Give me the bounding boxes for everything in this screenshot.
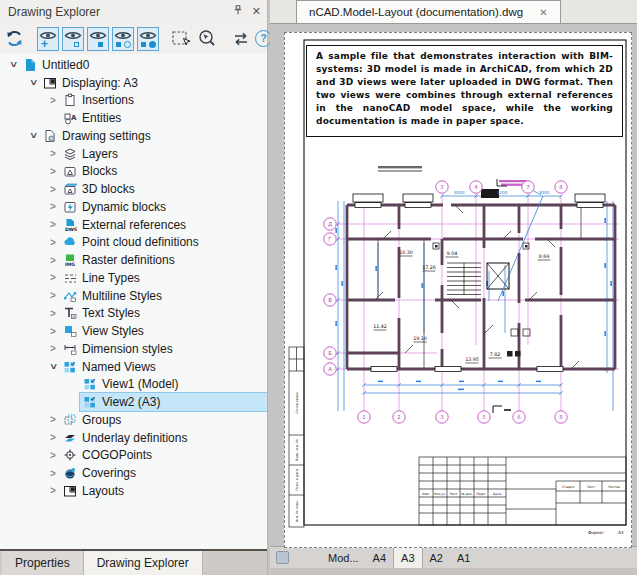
sidebar-item-drawing-settings[interactable]: >Drawing settings: [0, 127, 267, 145]
chevron-right-icon[interactable]: >: [46, 308, 60, 319]
sidebar-item-dimension-styles[interactable]: >Dimension styles: [0, 340, 267, 358]
coverings-icon: [62, 466, 77, 480]
blocks3d-icon: [62, 182, 77, 196]
sidebar-item-label: Untitled0: [42, 58, 89, 72]
sheet-tab-a2[interactable]: A2: [423, 547, 450, 568]
sidebar-item-layouts[interactable]: >Layouts: [0, 482, 267, 500]
sidebar-item-view1-model[interactable]: >View1 (Model): [0, 376, 267, 394]
floor-plan: 3 4 7 8 Д Г В Б А 1 2 3 5 6 8: [324, 166, 619, 423]
sidebar-item-underlay-definitions[interactable]: >Underlay definitions: [0, 429, 267, 447]
eye-filled-square-button[interactable]: [87, 27, 109, 51]
chevron-right-icon[interactable]: >: [46, 468, 60, 479]
groups-icon: [62, 413, 77, 427]
chevron-right-icon[interactable]: >: [46, 485, 60, 496]
sheet-tab-a1[interactable]: A1: [450, 547, 477, 568]
close-icon[interactable]: ✕: [252, 5, 261, 18]
chevron-right-icon[interactable]: >: [46, 272, 60, 283]
eye-solid-circle-button[interactable]: [137, 27, 159, 51]
sidebar-item-label: Blocks: [82, 164, 117, 178]
sidebar-item-label: Groups: [82, 413, 121, 427]
sheet-tabs-menu-button[interactable]: [276, 551, 289, 564]
format-value: A3: [618, 530, 624, 535]
dimension-value: 4200: [497, 190, 508, 195]
dimension-value: 3000: [454, 190, 465, 195]
chevron-down-icon[interactable]: >: [28, 129, 39, 143]
eye-square-button[interactable]: [62, 27, 84, 51]
chevron-down-icon[interactable]: >: [8, 58, 19, 72]
hollow-square-icon: [74, 42, 79, 47]
sidebar-item-untitled0[interactable]: >Untitled0: [0, 56, 267, 74]
chevron-right-icon[interactable]: >: [46, 343, 60, 354]
zoom-to-object-button[interactable]: [196, 27, 218, 51]
chevron-right-icon[interactable]: >: [46, 326, 60, 337]
panel-tab-properties[interactable]: Properties: [2, 551, 84, 575]
chevron-right-icon[interactable]: >: [46, 184, 60, 195]
chevron-down-icon[interactable]: >: [48, 360, 59, 374]
select-objects-button[interactable]: [171, 27, 193, 51]
sidebar-item-displaying-a3[interactable]: >Displaying: A3: [0, 74, 267, 92]
sidebar-item-groups[interactable]: >Groups: [0, 411, 267, 429]
sidebar-item-view-styles[interactable]: >View Styles: [0, 322, 267, 340]
view-icon: [82, 377, 97, 391]
chevron-right-icon[interactable]: >: [46, 148, 60, 159]
sidebar-item-external-references[interactable]: >DWGExternal references: [0, 216, 267, 234]
axis-label: 1: [362, 414, 365, 420]
filled-square-icon: [116, 42, 121, 47]
sidebar-item-entities[interactable]: >AEntities: [0, 109, 267, 127]
sidebar-item-insertions[interactable]: >Insertions: [0, 92, 267, 110]
sheet-tab-a4[interactable]: A4: [366, 547, 393, 568]
sheet-tab-bar: Mod...A4A3A2A1: [270, 546, 637, 568]
sidebar-item-dynamic-blocks[interactable]: >Dynamic blocks: [0, 198, 267, 216]
sidebar-item-layers[interactable]: >Layers: [0, 145, 267, 163]
chevron-right-icon[interactable]: >: [46, 290, 60, 301]
document-pane: nCAD.Model-Layout (documentation).dwg ✕: [270, 0, 637, 575]
drawing-explorer-panel: Drawing Explorer ✕ +: [0, 0, 268, 575]
tab-close-icon[interactable]: ✕: [539, 7, 547, 18]
sidebar-item-text-styles[interactable]: >Text Styles: [0, 305, 267, 323]
chevron-right-icon[interactable]: >: [46, 432, 60, 443]
room-area-label: 17.26: [422, 265, 436, 270]
sidebar-item-cogopoints[interactable]: >COGOPoints: [0, 447, 267, 465]
eye-plus-button[interactable]: +: [37, 27, 59, 51]
document-tab[interactable]: nCAD.Model-Layout (documentation).dwg ✕: [296, 0, 561, 23]
svg-text:Согласовано: Согласовано: [295, 392, 299, 413]
sidebar-item-point-cloud-definitions[interactable]: >Point cloud definitions: [0, 234, 267, 252]
sidebar-item-coverings[interactable]: >Coverings: [0, 464, 267, 482]
sidebar-item-multiline-styles[interactable]: >Multiline Styles: [0, 287, 267, 305]
svg-text:DWG: DWG: [65, 227, 77, 232]
chevron-right-icon[interactable]: >: [46, 166, 60, 177]
svg-text:Лист: Лист: [449, 492, 457, 496]
dwg-icon: DWG: [62, 218, 77, 232]
chevron-right-icon[interactable]: >: [46, 237, 60, 248]
chevron-right-icon[interactable]: >: [46, 255, 60, 266]
chevron-right-icon[interactable]: >: [46, 450, 60, 461]
img-icon: IMG: [62, 253, 77, 267]
chevron-right-icon[interactable]: >: [46, 95, 60, 106]
sidebar-item-view2-a3[interactable]: >View2 (A3): [0, 393, 267, 411]
sidebar-item-line-types[interactable]: >Line Types: [0, 269, 267, 287]
axis-label: 8: [559, 184, 563, 190]
eye-circle-button[interactable]: [112, 27, 134, 51]
refresh-button[interactable]: [4, 27, 25, 51]
swap-icon[interactable]: [230, 27, 252, 51]
title-block: [419, 457, 626, 525]
drawing-canvas[interactable]: 3 4 7 8 Д Г В Б А 1 2 3 5 6 8: [270, 24, 637, 546]
panel-bottom-tabs: PropertiesDrawing Explorer: [0, 549, 267, 575]
sidebar-item-blocks[interactable]: >Blocks: [0, 163, 267, 181]
chevron-right-icon[interactable]: >: [46, 201, 60, 212]
svg-text:Листов: Листов: [608, 485, 620, 489]
sidebar-item-named-views[interactable]: >Named Views: [0, 358, 267, 376]
cogo-icon: [62, 448, 77, 462]
sheet-tab-a3[interactable]: A3: [393, 547, 422, 568]
chevron-right-icon[interactable]: >: [46, 219, 60, 230]
chevron-down-icon[interactable]: >: [28, 76, 39, 90]
sheet-tab-mod[interactable]: Mod...: [321, 547, 366, 568]
sidebar-item-raster-definitions[interactable]: >IMGRaster definitions: [0, 251, 267, 269]
view-icon: [82, 395, 97, 409]
pin-icon[interactable]: [232, 4, 244, 19]
sidebar-item-3d-blocks[interactable]: >3D blocks: [0, 180, 267, 198]
sidebar-item-label: Multiline Styles: [82, 289, 162, 303]
panel-tab-drawing-explorer[interactable]: Drawing Explorer: [84, 551, 203, 575]
chevron-right-icon[interactable]: >: [46, 414, 60, 425]
axis-label: 6: [517, 414, 521, 420]
